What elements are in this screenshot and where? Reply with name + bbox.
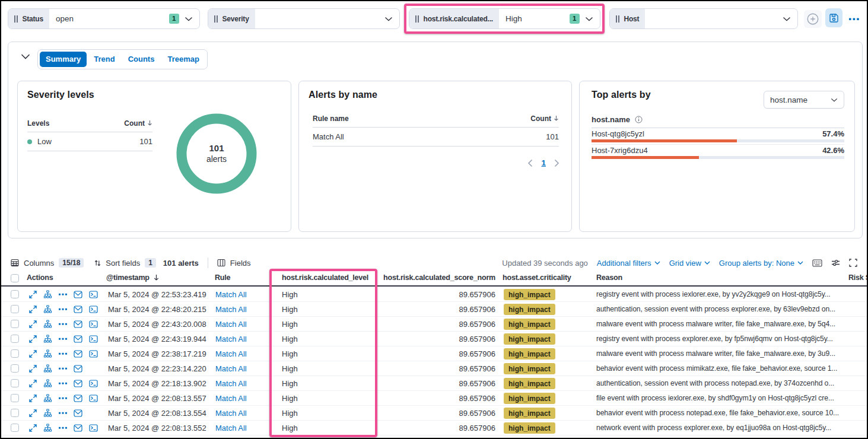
expand-alert-icon[interactable] [29, 365, 37, 373]
keyboard-shortcuts-icon[interactable] [812, 259, 822, 267]
criticality-header[interactable]: host.asset.criticality [503, 273, 571, 282]
row-checkbox[interactable] [11, 320, 19, 328]
alert-rule-link[interactable]: Match All [215, 305, 247, 314]
investigate-timeline-icon[interactable] [74, 395, 82, 402]
group-alerts-by-button[interactable]: Group alerts by: None [719, 259, 803, 268]
tab-counts[interactable]: Counts [122, 52, 161, 67]
more-actions-icon[interactable] [59, 308, 67, 311]
investigate-timeline-icon[interactable] [74, 409, 82, 417]
alert-rule-link[interactable]: Match All [215, 424, 247, 432]
chevron-down-icon[interactable] [783, 17, 791, 21]
expand-alert-icon[interactable] [29, 306, 37, 313]
row-checkbox[interactable] [11, 394, 19, 402]
investigate-timeline-icon[interactable] [74, 320, 82, 328]
analyze-event-icon[interactable] [43, 290, 52, 298]
sort-fields-button[interactable]: Sort fields [106, 259, 140, 268]
more-actions-icon[interactable] [59, 382, 67, 385]
more-actions-icon[interactable] [59, 412, 67, 415]
row-checkbox[interactable] [11, 364, 19, 373]
more-actions-icon[interactable] [59, 427, 67, 430]
expand-alert-icon[interactable] [29, 335, 37, 343]
expand-alert-icon[interactable] [29, 409, 37, 417]
drag-handle-icon[interactable] [415, 15, 419, 23]
grid-view-button[interactable]: Grid view [669, 259, 710, 268]
expand-alert-icon[interactable] [29, 380, 37, 387]
analyze-event-icon[interactable] [43, 379, 52, 387]
session-view-icon[interactable] [89, 320, 98, 328]
analyze-event-icon[interactable] [43, 409, 52, 417]
alert-rule-link[interactable]: Match All [215, 335, 247, 343]
expand-alert-icon[interactable] [29, 320, 37, 328]
expand-alert-icon[interactable] [29, 395, 37, 402]
tab-treemap[interactable]: Treemap [161, 52, 205, 67]
next-page-icon[interactable] [554, 159, 559, 167]
more-actions-icon[interactable] [59, 338, 67, 341]
row-checkbox[interactable] [11, 379, 19, 387]
more-actions-icon[interactable] [59, 293, 67, 296]
expand-alert-icon[interactable] [29, 424, 37, 432]
analyze-event-icon[interactable] [43, 320, 52, 328]
filter-severity[interactable]: Severity [208, 8, 400, 29]
alert-rule-link[interactable]: Match All [215, 364, 247, 373]
expand-alert-icon[interactable] [29, 350, 37, 358]
investigate-timeline-icon[interactable] [74, 306, 82, 313]
analyze-event-icon[interactable] [43, 394, 52, 402]
risk-level-header[interactable]: host.risk.calculated_level [282, 273, 368, 282]
timestamp-header[interactable]: @timestamp [106, 273, 160, 282]
investigate-timeline-icon[interactable] [74, 380, 82, 387]
filter-host[interactable]: Host [609, 8, 798, 29]
info-icon[interactable] [635, 116, 643, 123]
host-name[interactable]: Host-qtg8jc5yzl [592, 129, 644, 138]
session-view-icon[interactable] [89, 424, 98, 432]
host-name[interactable]: Host-7xrig6dzu4 [592, 146, 648, 155]
page-number[interactable]: 1 [541, 158, 546, 167]
session-view-icon[interactable] [89, 306, 98, 313]
session-view-icon[interactable] [89, 291, 98, 298]
investigate-timeline-icon[interactable] [74, 365, 82, 373]
alert-rule-link[interactable]: Match All [215, 394, 247, 403]
more-filters-button[interactable] [848, 14, 860, 24]
alert-rule-link[interactable]: Match All [215, 349, 247, 358]
prev-page-icon[interactable] [527, 159, 533, 167]
row-checkbox[interactable] [11, 290, 19, 298]
row-checkbox[interactable] [11, 305, 19, 313]
session-view-icon[interactable] [89, 395, 98, 402]
columns-button[interactable]: Columns [24, 259, 54, 268]
more-actions-icon[interactable] [59, 367, 67, 370]
drag-handle-icon[interactable] [616, 15, 619, 23]
reason-header[interactable]: Reason [596, 273, 622, 282]
filter-status[interactable]: Status open 1 [8, 8, 200, 29]
drag-handle-icon[interactable] [214, 15, 218, 23]
investigate-timeline-icon[interactable] [74, 291, 82, 298]
row-checkbox[interactable] [11, 335, 19, 343]
analyze-event-icon[interactable] [43, 335, 52, 343]
fields-button[interactable]: Fields [230, 259, 251, 268]
session-view-icon[interactable] [89, 350, 98, 358]
add-filter-button[interactable] [804, 10, 822, 28]
top-alerts-field-select[interactable]: host.name [764, 91, 844, 109]
collapse-chevron-icon[interactable] [21, 54, 30, 59]
session-view-icon[interactable] [89, 380, 98, 387]
filter-host-risk[interactable]: host.risk.calculated... High 1 [409, 8, 600, 29]
analyze-event-icon[interactable] [43, 424, 52, 432]
rule-header[interactable]: Rule [215, 273, 230, 282]
fullscreen-icon[interactable] [849, 259, 857, 267]
alert-rule-link[interactable]: Match All [215, 379, 247, 388]
risk-score-header[interactable]: host.risk.calculated_score_norm [383, 273, 495, 282]
row-checkbox[interactable] [11, 424, 19, 432]
chevron-down-icon[interactable] [185, 17, 193, 21]
analyze-event-icon[interactable] [43, 364, 52, 373]
investigate-timeline-icon[interactable] [74, 335, 82, 343]
additional-filters-button[interactable]: Additional filters [597, 259, 660, 268]
investigate-timeline-icon[interactable] [74, 424, 82, 432]
more-actions-icon[interactable] [59, 397, 67, 400]
alert-rule-link[interactable]: Match All [215, 409, 247, 418]
session-view-icon[interactable] [89, 335, 98, 343]
display-options-icon[interactable] [831, 259, 840, 267]
more-actions-icon[interactable] [59, 352, 67, 355]
alert-rule-link[interactable]: Match All [215, 290, 247, 299]
more-actions-icon[interactable] [59, 323, 67, 326]
risk-header[interactable]: Risk Score [848, 273, 868, 282]
tab-trend[interactable]: Trend [88, 52, 120, 67]
chevron-down-icon[interactable] [585, 17, 593, 21]
